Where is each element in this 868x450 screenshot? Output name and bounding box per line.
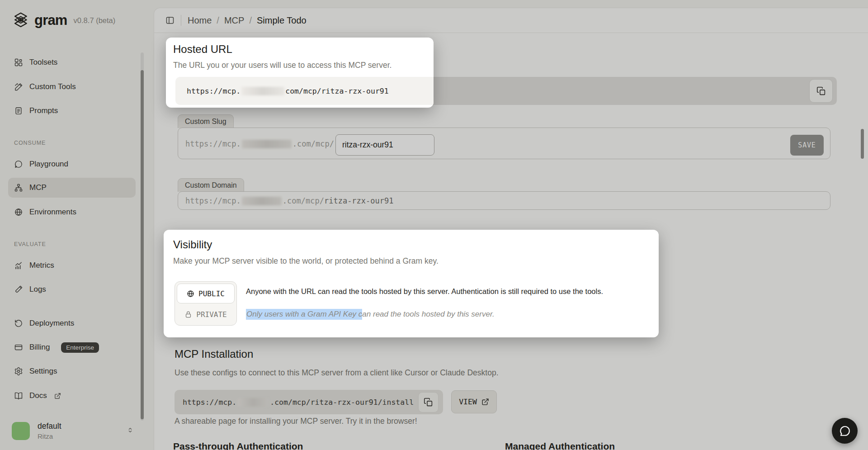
breadcrumb: Home / MCP / Simple Todo (188, 15, 307, 26)
custom-slug-label: Custom Slug (178, 114, 234, 128)
external-link-icon (481, 398, 489, 406)
open-book-icon (14, 391, 23, 400)
sidebar-item-deployments[interactable]: Deployments (8, 313, 136, 333)
hosted-url-row[interactable]: https://mcp.com/mcp/ritza-rzx-our91 (175, 77, 434, 105)
sidebar-scrollbar[interactable] (141, 52, 144, 421)
hosted-url-title: Hosted URL (173, 43, 232, 56)
chat-widget-button[interactable] (832, 418, 858, 444)
app-version: v0.8.7 (beta) (74, 16, 116, 25)
install-caption: A shareable page for installing your MCP… (175, 417, 417, 426)
save-button[interactable]: SAVE (790, 135, 824, 156)
install-url: https://mcp..com/mcp/ritza-rzx-our91/ins… (183, 398, 414, 407)
hosted-url-spotlight-card: Hosted URL The URL you or your users wil… (166, 38, 434, 108)
sidebar-scrollbar-thumb[interactable] (141, 70, 144, 419)
node-tree-icon (14, 183, 23, 192)
visibility-spotlight-card: Visibility Make your MCP server visible … (164, 230, 659, 337)
sidebar-item-logs[interactable]: Logs (8, 279, 136, 299)
visibility-description: Make your MCP server visible to the worl… (173, 256, 439, 266)
copy-icon (816, 86, 826, 96)
workspace-switcher[interactable]: default Ritza (12, 422, 134, 440)
passthrough-auth-title: Pass-through Authentication (173, 441, 303, 450)
install-url-copy-button[interactable] (418, 392, 439, 412)
redacted-domain (242, 197, 282, 205)
redacted-domain (237, 398, 269, 407)
bar-chart-icon (14, 261, 23, 270)
chat-bubble-icon (14, 160, 23, 169)
history-icon (14, 319, 23, 328)
credit-card-icon (14, 343, 23, 352)
view-button[interactable]: VIEW (451, 390, 497, 413)
document-icon (14, 106, 23, 115)
install-url-box: https://mcp..com/mcp/ritza-rzx-our91/ins… (175, 390, 443, 414)
redacted-domain (242, 140, 292, 148)
logo[interactable]: gram v0.8.7 (beta) (13, 12, 115, 29)
globe-icon (14, 208, 23, 217)
enterprise-badge: Enterprise (61, 342, 99, 353)
external-link-icon (54, 393, 61, 399)
sidebar-item-metrics[interactable]: Metrics (8, 256, 136, 275)
visibility-option-private[interactable]: PRIVATE (177, 304, 235, 324)
sidebar-toggle-icon[interactable] (165, 16, 175, 25)
gram-logo-icon (13, 12, 29, 29)
breadcrumb-divider (181, 15, 181, 26)
public-description: Anyone with the URL can read the tools h… (246, 287, 603, 296)
sidebar-item-toolsets[interactable]: Toolsets (8, 52, 136, 72)
organization-name: Ritza (38, 432, 127, 440)
screen: gram v0.8.7 (beta) Toolsets Custom Tools… (0, 0, 868, 450)
sidebar-item-custom-tools[interactable]: Custom Tools (8, 77, 136, 97)
sidebar-item-docs[interactable]: Docs (8, 386, 136, 406)
breadcrumb-bar: Home / MCP / Simple Todo (154, 8, 868, 33)
hosted-url-copy-button[interactable] (809, 79, 833, 103)
sidebar-item-billing[interactable]: Billing Enterprise (8, 337, 136, 357)
redacted-domain (241, 87, 284, 95)
sidebar-section-evaluate: EVALUATE (14, 241, 46, 247)
visibility-option-public[interactable]: PUBLIC (177, 284, 235, 303)
selected-text: Only users with a Gram API Key c (246, 309, 362, 320)
custom-domain-label: Custom Domain (178, 178, 244, 192)
private-description: Only users with a Gram API Key can read … (246, 310, 495, 319)
breadcrumb-current: Simple Todo (257, 15, 307, 26)
mcp-installation-title: MCP Installation (175, 348, 253, 360)
breadcrumb-mcp[interactable]: MCP (224, 15, 244, 26)
sidebar-item-mcp[interactable]: MCP (8, 178, 136, 198)
test-tube-icon (14, 285, 23, 294)
managed-auth-title: Managed Authentication (505, 441, 615, 450)
hosted-url-value: https://mcp.com/mcp/ritza-rzx-our91 (187, 87, 389, 95)
mcp-installation-description: Use these configs to connect to this MCP… (175, 368, 499, 378)
sidebar-item-environments[interactable]: Environments (8, 202, 136, 222)
workspace-name: default (38, 422, 127, 431)
sidebar-item-settings[interactable]: Settings (8, 361, 136, 381)
pencil-ruler-icon (14, 82, 23, 91)
app-name: gram (34, 12, 67, 28)
hosted-url-description: The URL you or your users will use to ac… (173, 61, 392, 70)
sidebar: gram v0.8.7 (beta) Toolsets Custom Tools… (0, 0, 144, 450)
visibility-toggle: PUBLIC PRIVATE (175, 281, 237, 326)
sidebar-item-playground[interactable]: Playground (8, 154, 136, 174)
gear-icon (14, 367, 23, 376)
custom-slug-input[interactable] (335, 134, 434, 156)
workspace-avatar (12, 422, 30, 440)
chevrons-up-down-icon (127, 426, 134, 436)
chat-bubble-icon (839, 425, 851, 437)
custom-slug-url-prefix: https://mcp..com/mcp/ (185, 139, 334, 148)
sidebar-item-prompts[interactable]: Prompts (8, 101, 136, 121)
main-scrollbar-thumb[interactable] (861, 129, 864, 159)
visibility-title: Visibility (173, 238, 212, 251)
custom-domain-url: https://mcp..com/mcp/ritza-rzx-our91 (185, 196, 393, 205)
lock-icon (184, 311, 192, 318)
globe-icon (187, 290, 194, 298)
copy-icon (424, 398, 433, 407)
sidebar-section-consume: CONSUME (14, 140, 46, 146)
toolsets-icon (14, 58, 23, 67)
breadcrumb-home[interactable]: Home (188, 15, 212, 26)
